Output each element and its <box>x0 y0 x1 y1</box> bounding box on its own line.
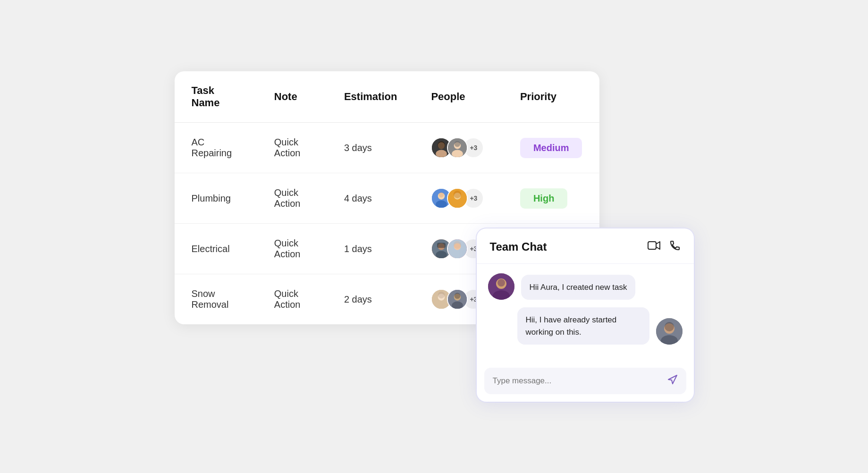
chat-header: Team Chat <box>477 228 694 264</box>
task-note: Quick Action <box>257 224 327 274</box>
message-row: Hii, I have already started working on t… <box>488 307 683 345</box>
task-estimation: 3 days <box>327 123 414 173</box>
chat-input-area[interactable] <box>484 368 686 394</box>
task-note: Quick Action <box>257 274 327 325</box>
team-chat-card: Team Chat <box>477 228 694 402</box>
message-input[interactable] <box>493 376 663 386</box>
avatar-group: +3 <box>431 137 486 158</box>
avatar <box>447 188 468 209</box>
task-estimation: 1 days <box>327 224 414 274</box>
priority-badge: Medium <box>520 138 582 158</box>
task-estimation: 2 days <box>327 274 414 325</box>
chat-title: Team Chat <box>490 240 547 253</box>
svg-point-40 <box>665 322 674 331</box>
svg-point-27 <box>438 292 445 299</box>
task-people: +3 <box>414 173 503 224</box>
message-bubble: Hii, I have already started working on t… <box>517 307 649 345</box>
message-row: Hii Aura, I created new task <box>488 273 683 300</box>
sender-avatar <box>656 318 683 345</box>
svg-rect-19 <box>437 243 446 248</box>
svg-rect-32 <box>648 242 656 249</box>
priority-badge: High <box>520 188 567 209</box>
table-row: Plumbing Quick Action 4 days <box>175 173 599 224</box>
table-row: AC Repairing Quick Action 3 days <box>175 123 599 173</box>
task-estimation: 4 days <box>327 173 414 224</box>
svg-point-23 <box>454 241 461 249</box>
phone-call-icon[interactable] <box>669 240 681 254</box>
col-header-note: Note <box>257 71 327 123</box>
col-header-priority: Priority <box>503 71 599 123</box>
task-note: Quick Action <box>257 123 327 173</box>
svg-point-31 <box>455 293 461 299</box>
col-header-people: People <box>414 71 503 123</box>
send-button[interactable] <box>667 374 678 388</box>
avatar-group: +3 <box>431 188 486 209</box>
chat-messages: Hii Aura, I created new task Hii, I have… <box>477 264 694 368</box>
avatar <box>447 238 468 259</box>
svg-point-3 <box>438 141 445 149</box>
svg-point-15 <box>454 191 461 198</box>
task-priority: Medium <box>503 123 599 173</box>
task-name: Snow Removal <box>175 274 257 325</box>
task-note: Quick Action <box>257 173 327 224</box>
avatar <box>447 137 468 158</box>
avatar <box>447 289 468 310</box>
svg-point-11 <box>439 192 444 197</box>
svg-point-7 <box>455 141 461 147</box>
task-name: Electrical <box>175 224 257 274</box>
task-priority: High <box>503 173 599 224</box>
svg-point-36 <box>497 279 505 287</box>
task-people: +3 <box>414 123 503 173</box>
col-header-task: Task Name <box>175 71 257 123</box>
video-call-icon[interactable] <box>648 240 661 253</box>
task-name: Plumbing <box>175 173 257 224</box>
col-header-estimation: Estimation <box>327 71 414 123</box>
sender-avatar <box>488 273 514 300</box>
message-bubble: Hii Aura, I created new task <box>521 275 636 300</box>
chat-action-icons <box>648 240 681 254</box>
task-name: AC Repairing <box>175 123 257 173</box>
